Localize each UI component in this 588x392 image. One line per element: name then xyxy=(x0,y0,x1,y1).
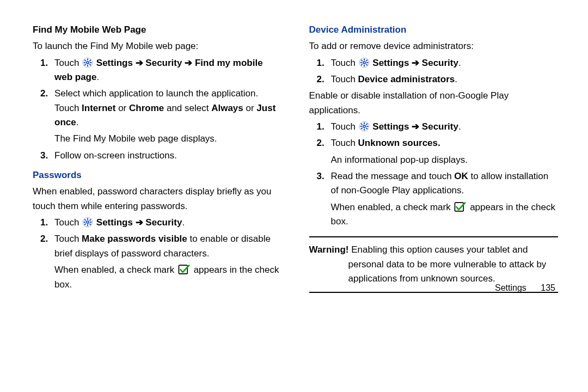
us-step-1: 1. Touch Settings ➔ Security. xyxy=(309,120,559,134)
checkmark-icon xyxy=(454,201,466,212)
fmm-heading: Find My Mobile Web Page xyxy=(33,23,282,37)
fmm-intro: To launch the Find My Mobile web page: xyxy=(33,39,282,53)
page-footer: Settings 135 xyxy=(495,281,555,295)
warning-text: Warning! Enabling this option causes you… xyxy=(309,243,559,286)
fmm-step-3: 3. Follow on-screen instructions. xyxy=(33,149,282,163)
pw-step-2: 2. Touch Make passwords visible to enabl… xyxy=(33,232,282,261)
fmm-step-2-followup: The Find My Mobile web page displays. xyxy=(33,132,282,146)
passwords-heading: Passwords xyxy=(33,168,282,182)
passwords-steps: 1. Touch Settings ➔ Security. 2. Touch M… xyxy=(33,216,282,261)
settings-gear-icon xyxy=(82,57,93,68)
us-step-2-followup: An informational pop-up displays. xyxy=(309,153,559,167)
settings-gear-icon xyxy=(359,121,370,132)
pw-step-2-followup: When enabled, a check mark appears in th… xyxy=(33,263,282,292)
us-step-3: 3. Read the message and touch OK to allo… xyxy=(309,169,559,198)
fmm-step-2: 2. Select which application to launch th… xyxy=(33,87,282,130)
footer-page-number: 135 xyxy=(541,283,555,292)
unknown-sources-steps: 1. Touch Settings ➔ Security. 2. Touch U… xyxy=(309,120,559,151)
unknown-sources-steps-cont: 3. Read the message and touch OK to allo… xyxy=(309,169,559,198)
unknown-sources-intro: Enable or disable installation of non-Go… xyxy=(309,89,559,118)
settings-gear-icon xyxy=(82,217,93,228)
da-step-2: 2. Touch Device administrators. xyxy=(309,72,559,87)
fmm-steps-cont: 3. Follow on-screen instructions. xyxy=(33,149,282,163)
device-admin-steps: 1. Touch Settings ➔ Security. 2. Touch D… xyxy=(309,56,559,87)
left-column: Find My Mobile Web Page To launch the Fi… xyxy=(33,23,282,294)
footer-section: Settings xyxy=(495,283,526,292)
settings-gear-icon xyxy=(359,57,370,68)
da-step-1: 1. Touch Settings ➔ Security. xyxy=(309,56,559,70)
fmm-steps: 1. Touch Settings ➔ Security ➔ Find my m… xyxy=(33,56,282,130)
us-step-3-followup: When enabled, a check mark appears in th… xyxy=(309,200,559,229)
us-step-2: 2. Touch Unknown sources. xyxy=(309,136,559,150)
passwords-intro: When enabled, password characters displa… xyxy=(33,185,282,213)
manual-page: Find My Mobile Web Page To launch the Fi… xyxy=(0,0,588,310)
right-column: Device Administration To add or remove d… xyxy=(309,23,559,294)
fmm-step-1: 1. Touch Settings ➔ Security ➔ Find my m… xyxy=(33,56,282,85)
device-admin-intro: To add or remove device administrators: xyxy=(309,39,559,53)
device-admin-heading: Device Administration xyxy=(309,23,559,37)
checkmark-icon xyxy=(178,264,190,275)
pw-step-1: 1. Touch Settings ➔ Security. xyxy=(33,216,282,230)
